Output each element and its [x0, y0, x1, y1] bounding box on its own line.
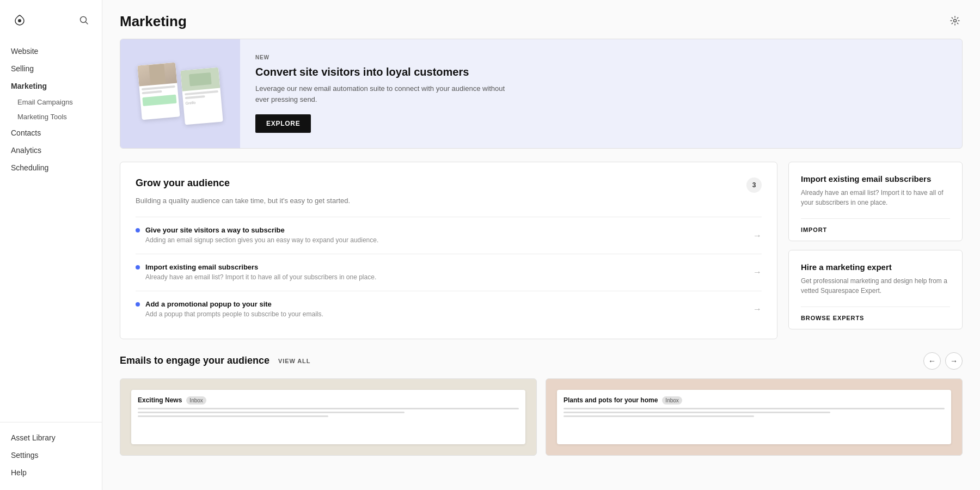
emails-header-left: Emails to engage your audience VIEW ALL — [120, 355, 310, 366]
arrow-icon: → — [753, 267, 762, 277]
card-subtitle: Building a quality audience can take tim… — [136, 196, 762, 206]
import-card-desc: Already have an email list? Import it to… — [801, 188, 950, 207]
preview-line — [564, 415, 754, 417]
task-text: Import existing email subscribers Alread… — [145, 263, 376, 282]
sidebar-item-analytics[interactable]: Analytics — [0, 142, 102, 159]
sidebar-subitem-email-campaigns[interactable]: Email Campaigns — [0, 95, 102, 109]
task-text: Give your site visitors a way to subscri… — [145, 226, 378, 245]
emails-nav: ← → — [923, 352, 963, 370]
sidebar-item-scheduling[interactable]: Scheduling — [0, 159, 102, 176]
sidebar-nav: Website Selling Marketing Email Campaign… — [0, 38, 102, 422]
settings-button[interactable] — [947, 13, 963, 30]
logo-icon — [11, 12, 28, 29]
email-card-inner: Plants and pots for your home Inbox — [546, 379, 962, 455]
task-text: Add a promotional popup to your site Add… — [145, 300, 323, 319]
expert-card-desc: Get professional marketing and design he… — [801, 276, 950, 296]
page-title: Marketing — [120, 13, 187, 30]
sidebar-item-contacts[interactable]: Contacts — [0, 124, 102, 142]
view-all-button[interactable]: VIEW ALL — [278, 358, 310, 364]
import-card-title: Import existing email subscribers — [801, 174, 950, 183]
emails-header: Emails to engage your audience VIEW ALL … — [120, 352, 963, 370]
import-card: Import existing email subscribers Alread… — [788, 162, 963, 241]
hero-content: NEW Convert site visitors into loyal cus… — [240, 39, 532, 148]
task-dot — [136, 228, 140, 232]
task-desc: Add a popup that prompts people to subsc… — [145, 310, 323, 319]
hero-banner: Grello NEW Convert site visitors into lo… — [120, 39, 963, 149]
task-left: Give your site visitors a way to subscri… — [136, 226, 378, 245]
email-card[interactable]: Plants and pots for your home Inbox — [546, 378, 963, 456]
email-preview: Exciting News Inbox — [131, 390, 525, 444]
hero-image: Grello — [120, 39, 240, 148]
inbox-badge: Inbox — [186, 396, 206, 405]
task-dot — [136, 265, 140, 270]
task-list: Give your site visitors a way to subscri… — [136, 217, 762, 327]
task-desc: Already have an email list? Import it to… — [145, 273, 376, 282]
preview-line — [564, 408, 945, 409]
preview-line — [138, 415, 328, 417]
main-content: Marketing — [102, 0, 980, 490]
arrow-icon: → — [753, 231, 762, 241]
email-subject-row: Plants and pots for your home Inbox — [564, 396, 945, 405]
email-cards: Exciting News Inbox Plants and pots for … — [120, 378, 963, 456]
hero-badge: NEW — [255, 54, 517, 60]
hero-title: Convert site visitors into loyal custome… — [255, 65, 517, 79]
card-title: Grow your audience — [136, 177, 230, 189]
email-card[interactable]: Exciting News Inbox — [120, 378, 537, 456]
task-left: Import existing email subscribers Alread… — [136, 263, 376, 282]
task-item[interactable]: Give your site visitors a way to subscri… — [136, 217, 762, 254]
sidebar-item-marketing[interactable]: Marketing — [0, 77, 102, 95]
grow-audience-card: Grow your audience 3 Building a quality … — [120, 162, 777, 339]
svg-point-1 — [81, 16, 87, 22]
sidebar-item-help[interactable]: Help — [0, 464, 102, 481]
task-dot — [136, 302, 140, 307]
import-action-button[interactable]: IMPORT — [801, 218, 950, 241]
sidebar-item-settings[interactable]: Settings — [0, 446, 102, 464]
preview-line — [138, 412, 405, 413]
hero-mockup: Grello — [137, 59, 223, 128]
sidebar-item-selling[interactable]: Selling — [0, 60, 102, 77]
expert-card: Hire a marketing expert Get professional… — [788, 250, 963, 329]
explore-button[interactable]: EXPLORE — [255, 114, 311, 133]
prev-arrow-button[interactable]: ← — [923, 352, 941, 370]
email-subject-row: Exciting News Inbox — [138, 396, 519, 405]
sidebar-bottom: Asset Library Settings Help — [0, 422, 102, 490]
sidebar: Website Selling Marketing Email Campaign… — [0, 0, 102, 490]
task-title: Import existing email subscribers — [145, 263, 376, 271]
sidebar-item-website[interactable]: Website — [0, 42, 102, 60]
two-col-section: Grow your audience 3 Building a quality … — [120, 162, 963, 339]
browse-experts-button[interactable]: BROWSE EXPERTS — [801, 307, 950, 329]
next-arrow-button[interactable]: → — [945, 352, 963, 370]
task-left: Add a promotional popup to your site Add… — [136, 300, 323, 319]
preview-line — [138, 408, 519, 409]
mock-page-2: Grello — [180, 68, 223, 125]
preview-line — [564, 412, 830, 413]
sidebar-subitem-marketing-tools[interactable]: Marketing Tools — [0, 109, 102, 124]
count-badge: 3 — [746, 177, 762, 193]
task-desc: Adding an email signup section gives you… — [145, 236, 378, 245]
hero-description: Leverage our new email automation suite … — [255, 83, 517, 105]
emails-section: Emails to engage your audience VIEW ALL … — [120, 352, 963, 456]
card-header: Grow your audience 3 — [136, 177, 762, 193]
email-card-inner: Exciting News Inbox — [120, 379, 536, 455]
svg-line-2 — [86, 22, 88, 24]
email-subject: Exciting News — [138, 396, 182, 404]
arrow-icon: → — [753, 304, 762, 314]
inbox-badge: Inbox — [662, 396, 682, 405]
emails-title: Emails to engage your audience — [120, 355, 270, 366]
email-preview: Plants and pots for your home Inbox — [557, 390, 951, 444]
sidebar-item-asset-library[interactable]: Asset Library — [0, 429, 102, 446]
email-subject: Plants and pots for your home — [564, 396, 658, 404]
main-header: Marketing — [102, 0, 980, 39]
task-title: Give your site visitors a way to subscri… — [145, 226, 378, 234]
expert-card-title: Hire a marketing expert — [801, 262, 950, 272]
mock-page-1 — [137, 63, 180, 120]
svg-point-3 — [954, 20, 957, 22]
task-item[interactable]: Add a promotional popup to your site Add… — [136, 291, 762, 328]
task-item[interactable]: Import existing email subscribers Alread… — [136, 254, 762, 291]
task-title: Add a promotional popup to your site — [145, 300, 323, 308]
sidebar-top — [0, 0, 102, 38]
right-col: Import existing email subscribers Alread… — [788, 162, 963, 329]
search-button[interactable] — [77, 13, 91, 29]
svg-point-0 — [18, 19, 21, 22]
